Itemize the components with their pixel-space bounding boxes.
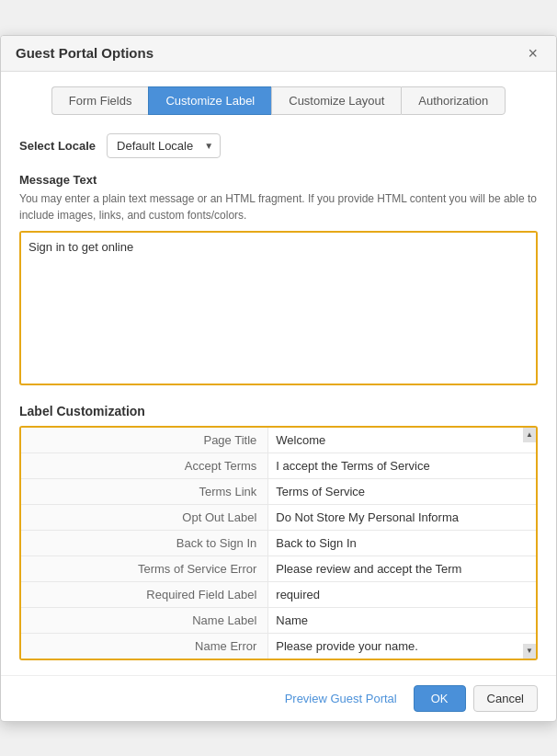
message-text-desc: You may enter a plain text message or an… xyxy=(19,190,538,223)
field-label: Accept Terms xyxy=(21,452,268,478)
close-button[interactable]: × xyxy=(524,45,541,62)
locale-select[interactable]: Default Locale xyxy=(107,133,221,158)
table-row: Terms of Service Error xyxy=(21,556,536,581)
field-label: Back to Sign In xyxy=(21,530,268,556)
table-row: Back to Sign In xyxy=(21,530,536,556)
field-label: Name Error xyxy=(21,633,268,659)
label-customization-title: Label Customization xyxy=(19,404,538,418)
scroll-up-arrow[interactable]: ▲ xyxy=(523,428,536,442)
table-row: Name Error xyxy=(21,633,536,659)
tab-form-fields[interactable]: Form Fields xyxy=(51,86,149,115)
field-value[interactable] xyxy=(268,504,536,530)
tab-authorization[interactable]: Authorization xyxy=(401,86,506,115)
table-row: Opt Out Label xyxy=(21,504,536,530)
field-label: Page Title xyxy=(21,428,268,453)
tabs-container: Form Fields Customize Label Customize La… xyxy=(19,86,538,115)
dialog-title: Guest Portal Options xyxy=(16,45,153,61)
field-value[interactable] xyxy=(268,478,536,504)
label-table-scroll[interactable]: Page Title Accept Terms Terms Link Opt O… xyxy=(21,428,536,659)
table-row: Terms Link xyxy=(21,478,536,504)
locale-row: Select Locale Default Locale xyxy=(19,133,538,158)
table-row: Page Title xyxy=(21,428,536,453)
dialog-header: Guest Portal Options × xyxy=(1,36,556,72)
field-label: Name Label xyxy=(21,607,268,633)
field-label: Opt Out Label xyxy=(21,504,268,530)
field-value[interactable] xyxy=(268,556,536,581)
field-label: Required Field Label xyxy=(21,581,268,607)
table-row: Required Field Label xyxy=(21,581,536,607)
cancel-button[interactable]: Cancel xyxy=(473,685,538,712)
field-value[interactable] xyxy=(268,581,536,607)
preview-guest-portal-link[interactable]: Preview Guest Portal xyxy=(285,692,397,705)
label-table-wrapper: Page Title Accept Terms Terms Link Opt O… xyxy=(19,426,538,660)
label-table: Page Title Accept Terms Terms Link Opt O… xyxy=(21,428,536,659)
message-textarea[interactable]: Sign in to get online xyxy=(21,233,536,380)
ok-button[interactable]: OK xyxy=(414,685,466,712)
dialog: Guest Portal Options × Form Fields Custo… xyxy=(0,35,557,722)
tab-customize-label[interactable]: Customize Label xyxy=(148,86,271,115)
dialog-footer: Preview Guest Portal OK Cancel xyxy=(1,675,556,721)
field-value[interactable] xyxy=(268,530,536,556)
message-textarea-wrapper: Sign in to get online xyxy=(19,231,538,385)
message-text-title: Message Text xyxy=(19,173,538,187)
field-value[interactable] xyxy=(268,607,536,633)
table-row: Accept Terms xyxy=(21,452,536,478)
field-value[interactable] xyxy=(268,428,536,453)
locale-wrapper: Default Locale xyxy=(107,133,221,158)
dialog-body: Form Fields Customize Label Customize La… xyxy=(1,72,556,675)
field-label: Terms Link xyxy=(21,478,268,504)
locale-label: Select Locale xyxy=(19,139,96,153)
table-row: Name Label xyxy=(21,607,536,633)
scroll-down-arrow[interactable]: ▼ xyxy=(523,644,536,659)
field-label: Terms of Service Error xyxy=(21,556,268,581)
tab-customize-layout[interactable]: Customize Layout xyxy=(271,86,401,115)
field-value[interactable] xyxy=(268,633,536,659)
field-value[interactable] xyxy=(268,452,536,478)
